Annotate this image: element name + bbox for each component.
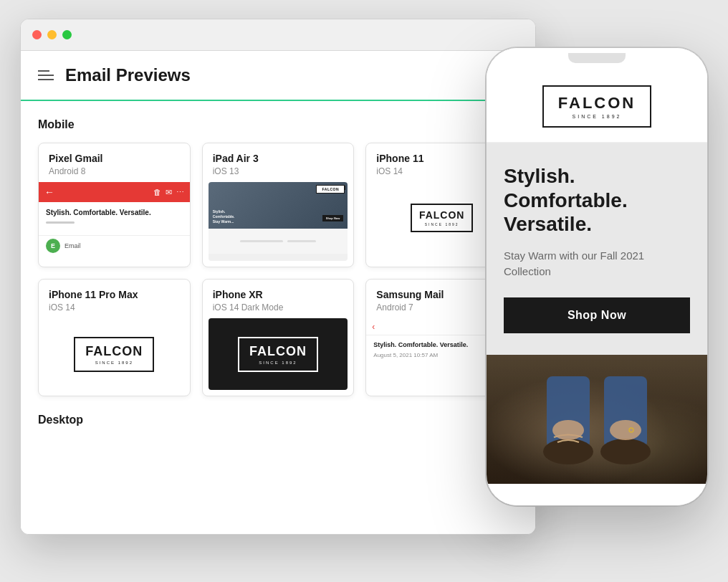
email-hero-section: Stylish. Comfortable. Versatile. Stay Wa… xyxy=(487,143,707,355)
minimize-button[interactable] xyxy=(47,30,57,39)
samsung-subject: Stylish. Comfortable. Versatile. xyxy=(373,341,468,350)
browser-window: Email Previews Mobile Pixel Gmail Androi… xyxy=(20,19,536,535)
phone-mockup: FALCON SINCE 1892 Stylish. Comfortable. … xyxy=(486,47,708,506)
app-body[interactable]: Mobile Pixel Gmail Android 8 ← 🗑 xyxy=(21,101,535,527)
image-overlay xyxy=(487,355,707,484)
email-hero-subtitle: Stay Warm with our Fall 2021 Collection xyxy=(504,248,690,280)
svg-point-5 xyxy=(610,420,641,440)
card-header: iPhone XR iOS 14 Dark Mode xyxy=(203,280,354,318)
svg-point-3 xyxy=(600,439,651,464)
card-title: iPhone 11 Pro Max xyxy=(49,288,180,301)
preview-card-ipad-air3[interactable]: iPad Air 3 iOS 13 FALCON Stylish. xyxy=(202,143,355,267)
gmail-mail-icon: ✉ xyxy=(166,188,172,197)
brand-name: FALCON xyxy=(249,344,307,358)
desktop-section-label: Desktop xyxy=(38,414,518,426)
email-hero-title: Stylish. Comfortable. Versatile. xyxy=(504,164,690,237)
card-title: iPhone XR xyxy=(213,288,344,301)
card-thumbnail: FALCON SINCE 1892 xyxy=(44,318,184,390)
preview-card-iphone11-pro-max[interactable]: iPhone 11 Pro Max iOS 14 FALCON SINCE 18… xyxy=(38,279,191,396)
phone-falcon-logo: FALCON SINCE 1892 xyxy=(542,85,651,128)
preview-card-iphone-xr[interactable]: iPhone XR iOS 14 Dark Mode FALCON SINCE … xyxy=(202,279,355,396)
brand-since: SINCE 1892 xyxy=(419,222,465,226)
gmail-back-icon: ← xyxy=(44,186,54,198)
hamburger-button[interactable] xyxy=(38,70,54,80)
preview-card-pixel-gmail[interactable]: Pixel Gmail Android 8 ← 🗑 ✉ ⋯ xyxy=(38,143,191,267)
email-logo-section: FALCON SINCE 1892 xyxy=(487,68,707,143)
card-header: Pixel Gmail Android 8 xyxy=(39,143,190,182)
phone-brand-since: SINCE 1892 xyxy=(558,114,636,119)
ipad-brand-badge: FALCON xyxy=(316,185,345,194)
ipad-content-line-2 xyxy=(287,240,316,242)
card-title: iPad Air 3 xyxy=(213,152,344,165)
falcon-logo: FALCON SINCE 1892 xyxy=(74,337,154,372)
email-image-section xyxy=(487,355,707,484)
gmail-trash-icon: 🗑 xyxy=(153,188,161,197)
hero-line3: Versatile. xyxy=(504,213,592,235)
gmail-subject: Stylish. Comfortable. Versatile. xyxy=(46,208,183,217)
card-header: iPhone 11 Pro Max iOS 14 xyxy=(39,280,190,318)
hero-line1: Stylish. xyxy=(504,165,575,187)
mobile-section-label: Mobile xyxy=(38,118,518,131)
card-thumbnail: ← 🗑 ✉ ⋯ Stylish. Comfortable. Versatile. xyxy=(39,182,190,254)
close-button[interactable] xyxy=(32,30,42,39)
card-subtitle: iOS 14 xyxy=(49,302,180,313)
ipad-hero-text: Stylish.Comfortable.Stay Warm... xyxy=(213,209,235,224)
card-subtitle: Android 8 xyxy=(49,166,180,176)
card-subtitle: iOS 14 Dark Mode xyxy=(213,302,344,313)
browser-content: Email Previews Mobile Pixel Gmail Androi… xyxy=(21,51,535,534)
main-scene: Email Previews Mobile Pixel Gmail Androi… xyxy=(20,19,708,563)
samsung-date: August 5, 2021 10:57 AM xyxy=(373,352,468,358)
phone-notch xyxy=(568,53,626,63)
maximize-button[interactable] xyxy=(62,30,72,39)
card-header: iPad Air 3 iOS 13 xyxy=(203,143,354,182)
card-title: Pixel Gmail xyxy=(49,152,180,165)
phone-screen: FALCON SINCE 1892 Stylish. Comfortable. … xyxy=(487,68,707,505)
card-thumbnail: FALCON SINCE 1892 xyxy=(209,318,348,390)
hero-line2: Comfortable. xyxy=(504,189,628,211)
phone-notch-area xyxy=(487,48,707,68)
gmail-divider xyxy=(46,221,75,224)
svg-point-4 xyxy=(552,420,584,440)
falcon-logo: FALCON SINCE 1892 xyxy=(411,204,474,232)
falcon-logo-dark: FALCON SINCE 1892 xyxy=(238,337,318,372)
brand-name: FALCON xyxy=(85,344,143,358)
app-header: Email Previews xyxy=(21,51,535,101)
brand-since: SINCE 1892 xyxy=(85,361,143,365)
samsung-back-icon: ‹ xyxy=(372,322,375,332)
gmail-action-icons: 🗑 ✉ ⋯ xyxy=(153,188,184,197)
gmail-sender: Email xyxy=(64,242,81,249)
ipad-cta-button: Shop Now xyxy=(322,215,344,221)
phone-brand-name: FALCON xyxy=(558,94,636,113)
gmail-more-icon: ⋯ xyxy=(176,188,184,197)
brand-since: SINCE 1892 xyxy=(249,361,307,365)
brand-name: FALCON xyxy=(419,209,465,221)
gmail-avatar: E xyxy=(46,239,60,253)
preview-grid: Pixel Gmail Android 8 ← 🗑 ✉ ⋯ xyxy=(38,143,518,396)
boots-illustration-svg xyxy=(504,362,690,477)
ipad-content-line xyxy=(240,240,283,242)
svg-point-2 xyxy=(543,439,593,464)
card-subtitle: iOS 13 xyxy=(213,166,344,176)
shop-now-button[interactable]: Shop Now xyxy=(504,297,690,333)
card-thumbnail: FALCON Stylish.Comfortable.Stay Warm... … xyxy=(209,182,348,261)
page-title: Email Previews xyxy=(65,65,191,85)
browser-titlebar xyxy=(21,19,535,51)
